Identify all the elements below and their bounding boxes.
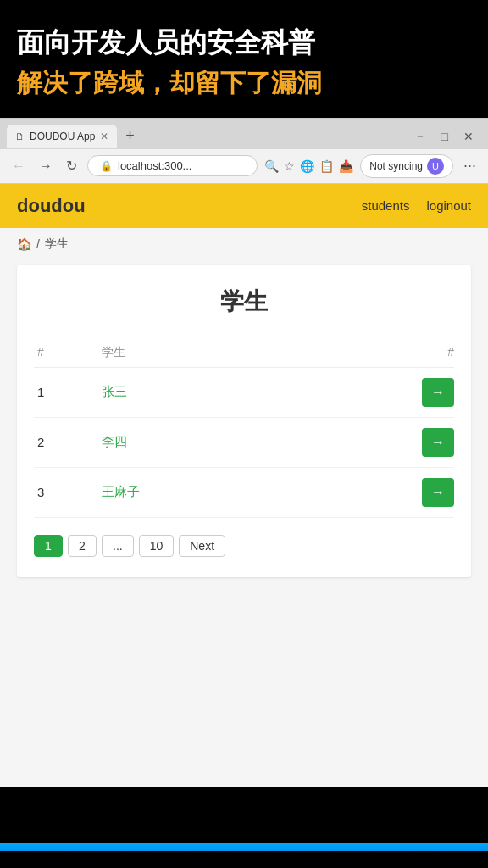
pagination-page-1-button[interactable]: 1 xyxy=(34,535,63,557)
tab-close-icon[interactable]: ✕ xyxy=(100,131,108,142)
row-number: 3 xyxy=(34,485,102,499)
app-nav-links: students loginout xyxy=(362,198,471,213)
forward-button[interactable]: → xyxy=(36,157,56,175)
breadcrumb: 🏠 / 学生 xyxy=(17,236,471,252)
page-content: 🏠 / 学生 学生 # 学生 # 1 张三 → 2 李四 → xyxy=(0,228,488,720)
row-action-cell: → xyxy=(403,428,454,457)
col-header-num: # xyxy=(34,345,102,360)
banner-title: 面向开发人员的安全科普 xyxy=(17,25,471,61)
tab-favicon-icon: 🗋 xyxy=(15,131,25,142)
breadcrumb-home-icon[interactable]: 🏠 xyxy=(17,237,31,251)
col-header-action: # xyxy=(403,345,454,360)
minimize-button[interactable]: － xyxy=(410,127,430,146)
page-title: 学生 xyxy=(34,286,454,318)
star-icon[interactable]: ☆ xyxy=(284,159,295,173)
table-row: 1 张三 → xyxy=(34,368,454,418)
view-student-button[interactable]: → xyxy=(422,478,454,507)
profile-icon[interactable]: 📋 xyxy=(319,159,334,173)
close-button[interactable]: ✕ xyxy=(459,128,478,145)
loginout-link[interactable]: loginout xyxy=(426,198,471,213)
breadcrumb-separator: / xyxy=(36,237,40,251)
app-navbar: doudou students loginout xyxy=(0,184,488,228)
download-icon[interactable]: 📥 xyxy=(339,159,353,173)
app-brand[interactable]: doudou xyxy=(17,195,86,217)
bottom-area xyxy=(0,720,488,787)
col-header-name: 学生 xyxy=(102,345,403,360)
row-number: 2 xyxy=(34,435,102,449)
content-card: 学生 # 学生 # 1 张三 → 2 李四 → 3 王麻子 → xyxy=(17,265,471,577)
row-student-name[interactable]: 李四 xyxy=(102,434,403,450)
row-number: 1 xyxy=(34,385,102,399)
breadcrumb-current: 学生 xyxy=(45,236,69,252)
not-syncing-button[interactable]: Not syncing U xyxy=(360,154,453,178)
back-button[interactable]: ← xyxy=(8,157,29,175)
pagination: 12...10Next xyxy=(34,535,454,557)
table-row: 3 王麻子 → xyxy=(34,468,454,518)
view-student-button[interactable]: → xyxy=(422,378,454,407)
table-rows: 1 张三 → 2 李四 → 3 王麻子 → xyxy=(34,368,454,518)
globe-icon[interactable]: 🌐 xyxy=(300,159,314,173)
browser-tab-bar: 🗋 DOUDOU App ✕ + － □ ✕ xyxy=(0,119,488,149)
row-action-cell: → xyxy=(403,478,454,507)
top-banner: 面向开发人员的安全科普 解决了跨域，却留下了漏洞 xyxy=(0,0,488,118)
new-tab-button[interactable]: + xyxy=(120,127,140,145)
lock-icon: 🔒 xyxy=(100,160,113,172)
pagination-next-button[interactable]: Next xyxy=(179,535,225,557)
browser-address-bar: ← → ↻ 🔒 localhost:300... 🔍 ☆ 🌐 📋 📥 Not s… xyxy=(0,149,488,184)
maximize-button[interactable]: □ xyxy=(437,128,452,145)
address-icons: 🔍 ☆ 🌐 📋 📥 xyxy=(264,159,353,173)
pagination-page-10-button[interactable]: 10 xyxy=(139,535,175,557)
students-link[interactable]: students xyxy=(362,198,410,213)
browser-window: 🗋 DOUDOU App ✕ + － □ ✕ ← → ↻ 🔒 localhost… xyxy=(0,118,488,787)
view-student-button[interactable]: → xyxy=(422,428,454,457)
tab-title: DOUDOU App xyxy=(30,131,95,142)
black-bottom xyxy=(0,851,488,868)
browser-tab[interactable]: 🗋 DOUDOU App ✕ xyxy=(7,125,117,148)
more-options-button[interactable]: ··· xyxy=(460,157,480,175)
row-action-cell: → xyxy=(403,378,454,407)
address-field[interactable]: 🔒 localhost:300... xyxy=(87,155,258,176)
row-student-name[interactable]: 王麻子 xyxy=(102,484,403,500)
not-syncing-label: Not syncing xyxy=(369,160,423,172)
user-avatar: U xyxy=(427,158,444,175)
pagination-page-...-button[interactable]: ... xyxy=(102,535,134,557)
window-controls: － □ ✕ xyxy=(410,127,481,146)
search-icon[interactable]: 🔍 xyxy=(264,159,279,173)
pagination-page-2-button[interactable]: 2 xyxy=(68,535,97,557)
table-header: # 学生 # xyxy=(34,338,454,368)
table-row: 2 李四 → xyxy=(34,418,454,468)
banner-subtitle: 解决了跨域，却留下了漏洞 xyxy=(17,66,471,101)
address-text: localhost:300... xyxy=(118,159,191,172)
refresh-button[interactable]: ↻ xyxy=(63,156,80,175)
row-student-name[interactable]: 张三 xyxy=(102,384,403,400)
